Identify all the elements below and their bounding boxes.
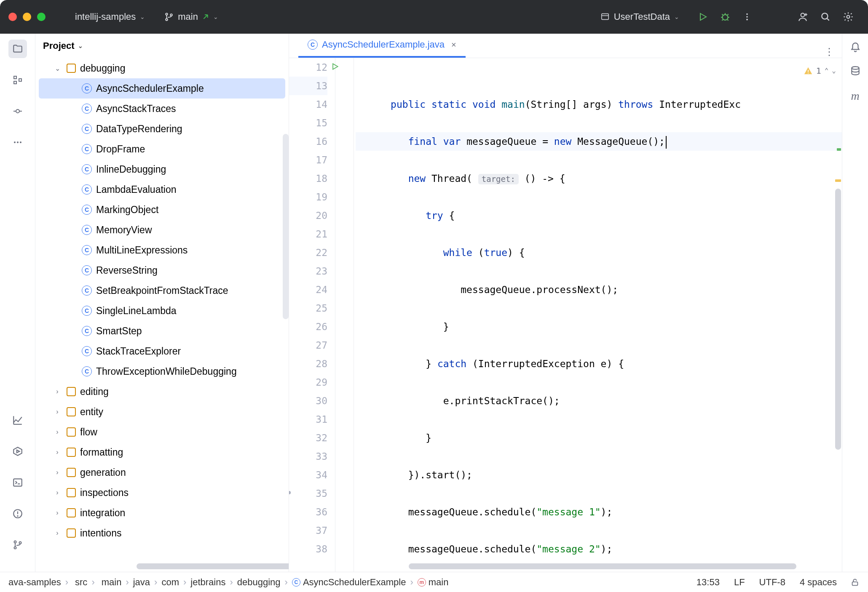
- tree-class-row[interactable]: CDropFrame: [35, 139, 289, 159]
- readonly-lock-button[interactable]: [850, 578, 860, 587]
- gutter-line[interactable]: 25: [289, 299, 327, 317]
- fold-bar[interactable]: [335, 58, 354, 572]
- chevron-right-icon[interactable]: ›: [52, 448, 62, 456]
- editor-tab[interactable]: C AsyncSchedulerExample.java ×: [298, 34, 466, 58]
- run-gutter-icon[interactable]: [331, 62, 339, 71]
- maven-tool-button[interactable]: m: [851, 89, 859, 103]
- tree-vertical-scrollbar[interactable]: [283, 134, 289, 319]
- problems-tool-button[interactable]: [8, 504, 27, 523]
- tree-class-row[interactable]: CAsyncSchedulerExample: [39, 78, 285, 99]
- gutter-line[interactable]: 38: [289, 540, 327, 558]
- status-encoding[interactable]: UTF-8: [759, 577, 785, 588]
- chevron-right-icon[interactable]: ›: [52, 388, 62, 395]
- tree-horizontal-scrollbar[interactable]: [137, 563, 289, 569]
- gutter-line[interactable]: 36: [289, 503, 327, 521]
- marker-bar[interactable]: [834, 58, 842, 572]
- tree-class-row[interactable]: CAsyncStackTraces: [35, 99, 289, 119]
- tree-class-row[interactable]: CStackTraceExplorer: [35, 341, 289, 361]
- vcs-branch-widget[interactable]: main ⌄: [164, 11, 218, 22]
- gutter-line[interactable]: 27: [289, 336, 327, 355]
- bookmark-dot-icon[interactable]: [289, 491, 291, 494]
- chevron-right-icon[interactable]: ›: [52, 408, 62, 416]
- tree-folder-row[interactable]: ›integration: [35, 503, 289, 523]
- gutter-line[interactable]: 22: [289, 243, 327, 262]
- close-tab-button[interactable]: ×: [451, 40, 456, 50]
- gutter-line[interactable]: 23: [289, 262, 327, 280]
- chevron-down-icon[interactable]: ⌄: [52, 64, 62, 72]
- tree-class-row[interactable]: CMultiLineExpressions: [35, 240, 289, 260]
- breadcrumb-item[interactable]: mmain: [418, 577, 449, 588]
- gutter-line[interactable]: 34: [289, 466, 327, 484]
- chevron-right-icon[interactable]: ›: [52, 489, 62, 496]
- gutter-line[interactable]: 29: [289, 373, 327, 392]
- close-icon[interactable]: [8, 13, 17, 21]
- gutter-line[interactable]: 32: [289, 429, 327, 447]
- gutter-line[interactable]: 28: [289, 355, 327, 373]
- chevron-right-icon[interactable]: ›: [52, 428, 62, 436]
- tree-folder-row[interactable]: ›editing: [35, 381, 289, 402]
- project-panel-header[interactable]: Project ⌄: [35, 34, 289, 58]
- gutter-line[interactable]: 35: [289, 484, 327, 503]
- chevron-right-icon[interactable]: ›: [52, 509, 62, 517]
- gutter-line[interactable]: 33: [289, 447, 327, 466]
- tree-class-row[interactable]: CLambdaEvaluation: [35, 179, 289, 200]
- gutter-line[interactable]: 31: [289, 410, 327, 429]
- tree-folder-row[interactable]: ›generation: [35, 462, 289, 483]
- settings-button[interactable]: [843, 11, 854, 22]
- vcs-tool-button[interactable]: [8, 536, 27, 554]
- gutter-line[interactable]: 17: [289, 151, 327, 169]
- tree-folder-row[interactable]: ⌄ debugging: [35, 58, 289, 78]
- breadcrumb-item[interactable]: java: [133, 577, 150, 588]
- code-with-me-button[interactable]: [797, 11, 808, 22]
- code-area[interactable]: 1 ⌃ ⌄ public static void main(String[] a…: [354, 58, 842, 572]
- gutter-line[interactable]: 19: [289, 188, 327, 206]
- tree-class-row[interactable]: CDataTypeRendering: [35, 119, 289, 139]
- gutter-line[interactable]: 16: [289, 132, 327, 151]
- gutter[interactable]: 1213141516171819202122232425262728293031…: [289, 58, 335, 572]
- tree-class-row[interactable]: CInlineDebugging: [35, 159, 289, 179]
- breadcrumb-item[interactable]: src: [72, 577, 87, 588]
- tree-folder-row[interactable]: ›intentions: [35, 523, 289, 543]
- editor-horizontal-scrollbar[interactable]: [409, 563, 796, 569]
- zoom-icon[interactable]: [37, 13, 46, 21]
- services-tool-button[interactable]: [8, 442, 27, 461]
- breadcrumb-item[interactable]: CAsyncSchedulerExample: [292, 577, 406, 588]
- run-config-selector[interactable]: UserTestData ⌄: [600, 11, 679, 22]
- status-indent[interactable]: 4 spaces: [800, 577, 837, 588]
- tree-folder-row[interactable]: ›inspections: [35, 483, 289, 503]
- terminal-tool-button[interactable]: [8, 473, 27, 492]
- gutter-line[interactable]: 13: [289, 77, 327, 95]
- tree-class-row[interactable]: CSetBreakpointFromStackTrace: [35, 280, 289, 301]
- commit-tool-button[interactable]: [8, 102, 27, 120]
- notifications-button[interactable]: [850, 42, 861, 53]
- tree-class-row[interactable]: CReverseString: [35, 260, 289, 280]
- gutter-line[interactable]: 18: [289, 169, 327, 188]
- breadcrumb-item[interactable]: debugging: [237, 577, 281, 588]
- nav-up-icon[interactable]: ⌃: [825, 61, 829, 80]
- gutter-line[interactable]: 26: [289, 317, 327, 336]
- tree-folder-row[interactable]: ›flow: [35, 422, 289, 442]
- gutter-line[interactable]: 12: [289, 58, 327, 77]
- project-selector[interactable]: intellij-samples ⌄: [75, 11, 145, 22]
- gutter-line[interactable]: 21: [289, 225, 327, 243]
- debug-button[interactable]: [720, 11, 731, 22]
- search-everywhere-button[interactable]: [820, 11, 831, 22]
- status-time[interactable]: 13:53: [697, 577, 720, 588]
- breadcrumb-item[interactable]: main: [99, 577, 122, 588]
- more-actions-button[interactable]: [742, 12, 752, 21]
- tree-folder-row[interactable]: ›formatting: [35, 442, 289, 462]
- tree-class-row[interactable]: CMemoryView: [35, 220, 289, 240]
- more-tool-button[interactable]: [8, 133, 27, 152]
- breadcrumb-item[interactable]: jetbrains: [190, 577, 225, 588]
- project-tree[interactable]: ⌄ debugging CAsyncSchedulerExampleCAsync…: [35, 58, 289, 572]
- code-editor[interactable]: 1213141516171819202122232425262728293031…: [289, 58, 842, 572]
- tab-menu-button[interactable]: ⋮: [817, 46, 842, 58]
- gutter-line[interactable]: 14: [289, 95, 327, 114]
- gutter-line[interactable]: 37: [289, 521, 327, 540]
- breadcrumb-item[interactable]: ava-samples: [8, 577, 61, 588]
- status-eol[interactable]: LF: [734, 577, 745, 588]
- structure-tool-button[interactable]: [8, 71, 27, 89]
- chevron-right-icon[interactable]: ›: [52, 529, 62, 537]
- gutter-line[interactable]: 20: [289, 206, 327, 225]
- tree-class-row[interactable]: CSingleLineLambda: [35, 301, 289, 321]
